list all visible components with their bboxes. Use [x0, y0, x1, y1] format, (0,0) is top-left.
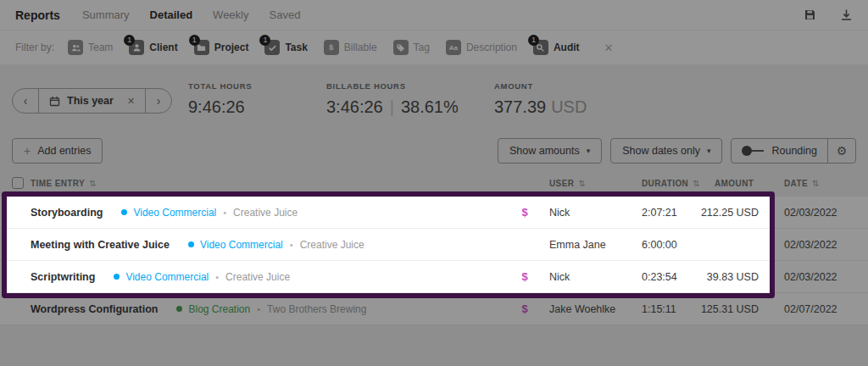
billable-dollar-icon: $ [324, 40, 339, 55]
header-user[interactable]: USER⇅ [549, 171, 586, 197]
show-amounts-dropdown[interactable]: Show amounts ▾ [498, 138, 602, 164]
filter-chip-billable[interactable]: $ Billable [324, 40, 377, 55]
tab-summary[interactable]: Summary [82, 8, 130, 21]
sort-icon: ⇅ [578, 179, 586, 188]
filter-chip-label: Client [149, 42, 177, 53]
total-hours-label: TOTAL HOURS [188, 81, 252, 91]
description-aa-icon: Aa [446, 40, 461, 55]
header-duration[interactable]: DURATION⇅ [642, 171, 700, 197]
filter-chip-label: Project [214, 42, 249, 53]
date-cell[interactable]: 02/07/2022 [784, 293, 837, 324]
billable-indicator[interactable]: $ [515, 293, 534, 324]
add-entries-button[interactable]: + Add entries [12, 138, 103, 164]
show-dates-label: Show dates only [622, 145, 700, 157]
date-range-button[interactable]: This year ✕ [38, 89, 146, 113]
reports-page: Reports Summary Detailed Weekly Saved Fi… [0, 0, 868, 366]
previous-period-button[interactable]: ‹ [13, 89, 38, 113]
tab-saved[interactable]: Saved [270, 8, 301, 21]
project-tag[interactable]: Video Commercial [188, 239, 283, 251]
rounding-toggle[interactable]: Rounding [732, 139, 827, 163]
total-hours-stat: TOTAL HOURS 9:46:26 [188, 81, 252, 117]
tab-detailed[interactable]: Detailed [150, 8, 193, 21]
filter-chip-description[interactable]: Aa Description [446, 40, 517, 55]
project-name: Video Commercial [200, 239, 283, 251]
toolbar-right-group: Show amounts ▾ Show dates only ▾ Roundin… [498, 138, 856, 164]
chevron-down-icon: ▾ [707, 147, 711, 155]
filter-chip-label: Task [285, 42, 307, 53]
billable-hours-stat: BILLABLE HOURS 3:46:26|38.61% [326, 81, 459, 117]
gear-icon: ⚙ [837, 144, 848, 158]
rounding-settings-button[interactable]: ⚙ [827, 139, 855, 163]
tab-weekly[interactable]: Weekly [213, 8, 248, 21]
header-date[interactable]: DATE⇅ [784, 171, 820, 197]
project-color-dot [114, 274, 120, 280]
entry-name: Scriptwriting [31, 271, 95, 283]
table-row[interactable]: Storyboarding Video Commercial • Creativ… [0, 197, 868, 229]
filter-count-badge: 1 [189, 35, 200, 46]
project-tag[interactable]: Blog Creation [176, 303, 250, 315]
user-cell: Jake Woehlke [549, 293, 615, 324]
filter-chip-client[interactable]: 1 Client [129, 40, 177, 55]
filter-chip-label: Tag [414, 42, 430, 53]
date-cell[interactable]: 02/03/2022 [784, 197, 837, 228]
billable-indicator[interactable] [515, 229, 534, 260]
filter-chip-label: Team [88, 42, 113, 53]
sort-icon: ⇅ [812, 179, 820, 188]
add-entries-label: Add entries [37, 145, 91, 157]
user-cell: Nick [549, 197, 570, 228]
project-name: Blog Creation [188, 303, 250, 315]
clear-date-range-icon[interactable]: ✕ [127, 96, 135, 107]
billable-indicator[interactable]: $ [515, 197, 534, 228]
date-range-label: This year [67, 95, 114, 107]
filter-chip-audit[interactable]: 1 Audit [533, 40, 580, 55]
report-tabs: Summary Detailed Weekly Saved [82, 8, 300, 21]
rounding-label: Rounding [771, 145, 817, 157]
billable-indicator[interactable]: $ [515, 261, 534, 292]
project-tag[interactable]: Video Commercial [114, 271, 209, 283]
next-period-button[interactable]: › [146, 89, 171, 113]
table-header: TIME ENTRY⇅ USER⇅ DURATION⇅ AMOUNT DATE⇅ [0, 171, 868, 197]
save-report-icon[interactable] [804, 8, 816, 21]
sort-icon: ⇅ [693, 179, 700, 188]
bullet-separator: • [223, 208, 226, 218]
team-icon [68, 40, 83, 55]
show-dates-dropdown[interactable]: Show dates only ▾ [610, 138, 722, 164]
date-cell[interactable]: 02/03/2022 [784, 229, 837, 260]
entry-name: Storyboarding [31, 207, 103, 219]
top-nav: Reports Summary Detailed Weekly Saved [0, 0, 868, 30]
filter-bar: Filter by: Team 1 Client 1 Project 1 [0, 30, 868, 64]
download-icon[interactable] [840, 8, 853, 21]
billable-percent: 38.61% [401, 97, 459, 116]
amount-value: 377.39USD [494, 97, 587, 117]
total-hours-value: 9:46:26 [188, 97, 252, 117]
project-tag[interactable]: Video Commercial [121, 207, 216, 219]
filter-chip-label: Audit [554, 42, 580, 53]
project-color-dot [188, 241, 194, 247]
time-entry-cell: Scriptwriting Video Commercial • Creativ… [31, 261, 290, 292]
table-toolbar: + Add entries Show amounts ▾ Show dates … [12, 138, 856, 165]
top-nav-actions [804, 8, 853, 21]
billable-hours-value: 3:46:26|38.61% [326, 97, 459, 117]
time-entry-cell: Meeting with Creative Juice Video Commer… [31, 229, 364, 260]
select-all-checkbox[interactable] [12, 177, 24, 189]
header-amount: AMOUNT [715, 171, 754, 197]
header-amount-label: AMOUNT [715, 179, 754, 188]
header-time-entry[interactable]: TIME ENTRY⇅ [31, 171, 97, 197]
client-name: Two Brothers Brewing [267, 303, 366, 315]
header-date-label: DATE [784, 179, 808, 188]
table-row[interactable]: Wordpress Configuration Blog Creation • … [0, 293, 868, 325]
filter-chip-project[interactable]: 1 Project [194, 40, 249, 55]
date-cell[interactable]: 02/03/2022 [784, 261, 837, 292]
tag-icon [393, 40, 409, 55]
filter-chip-team[interactable]: Team [68, 40, 113, 55]
entry-name: Wordpress Configuration [31, 303, 158, 315]
time-entry-cell: Storyboarding Video Commercial • Creativ… [31, 197, 298, 228]
user-cell: Emma Jane [549, 229, 606, 260]
filter-chip-tag[interactable]: Tag [393, 40, 430, 55]
table-row[interactable]: Meeting with Creative Juice Video Commer… [0, 229, 868, 261]
amount-number: 377.39 [494, 97, 546, 116]
entry-name: Meeting with Creative Juice [31, 239, 170, 251]
table-row[interactable]: Scriptwriting Video Commercial • Creativ… [0, 261, 868, 293]
clear-filters-icon[interactable]: ✕ [604, 42, 614, 54]
filter-chip-task[interactable]: 1 Task [264, 40, 307, 55]
